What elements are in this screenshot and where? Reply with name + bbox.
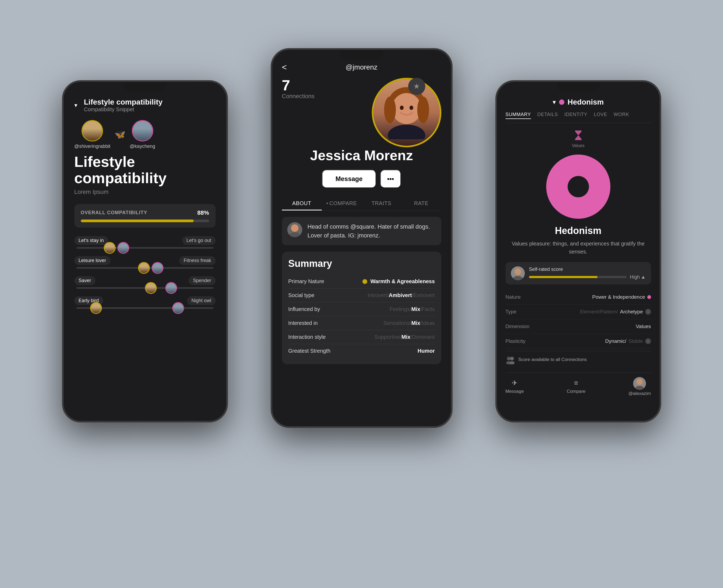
tab-compare[interactable]: COMPARE xyxy=(322,196,362,210)
progress-bar xyxy=(81,219,209,222)
info-icon-3[interactable]: i xyxy=(645,338,651,344)
trait-value-1: Element/Pattern/Archetype i xyxy=(580,309,651,315)
right-tab-identity[interactable]: IDENTITY xyxy=(564,112,587,119)
summary-row-5: Greatest Strength Humor xyxy=(288,344,435,358)
right-tab-summary[interactable]: SUMMARY xyxy=(505,112,531,119)
compat-snippet-label: Compatibility Snippet xyxy=(84,106,163,112)
username-2: @kaycheng xyxy=(130,144,155,149)
hourglass-icon xyxy=(573,129,584,141)
trait-row-3: Plasticity Dynamic/Stable i xyxy=(505,334,651,349)
trait-key-1: Type xyxy=(505,309,517,315)
compare-icon: ≡ xyxy=(574,379,578,387)
summary-value-1: Introvert/Ambivert/Extrovert xyxy=(368,292,435,298)
compat-header: OVERALL COMPATIBILITY 88% xyxy=(81,209,209,216)
slider-right-2: Fitness freak xyxy=(179,256,215,265)
compare-action[interactable]: ≡ Compare xyxy=(567,379,585,394)
right-notch xyxy=(557,82,600,91)
svg-point-17 xyxy=(635,386,644,390)
summary-value-2: Feelings/Mix/Facts xyxy=(390,306,435,312)
right-bottom-bar: ✈ Message ≡ Compare xyxy=(505,373,651,396)
trait-row-0: Nature Power & Independence xyxy=(505,290,651,304)
summary-value-4: Supportive/Mix/Dominant xyxy=(374,334,435,340)
slider-row-1: Let's stay in Let's go out xyxy=(74,236,215,249)
lifestyle-compat-title: Lifestyle compatibility xyxy=(84,98,163,106)
summary-title: Summary xyxy=(288,258,435,269)
social-highlight: Ambivert xyxy=(389,292,412,298)
compat-label: OVERALL COMPATIBILITY xyxy=(81,210,147,215)
thumb-img-3a xyxy=(146,283,156,293)
slider-track-4[interactable] xyxy=(77,307,213,309)
slider-thumb-2b xyxy=(152,262,163,274)
donut-circle xyxy=(546,154,611,219)
summary-key-0: Primary Nature xyxy=(288,278,324,285)
score-bar-row: High ▲ xyxy=(529,274,646,280)
message-button[interactable]: Message xyxy=(322,170,376,188)
center-username: @jmorenz xyxy=(346,63,377,71)
tab-traits[interactable]: TRAITS xyxy=(362,196,401,210)
info-icon-1[interactable]: i xyxy=(645,309,651,315)
slider-right-3: Spender xyxy=(189,276,215,285)
social-before: Introvert/ xyxy=(368,292,389,298)
center-screen: < @jmorenz 7 Connections xyxy=(272,50,451,426)
right-tab-love[interactable]: LOVE xyxy=(594,112,607,119)
star-button[interactable]: ★ xyxy=(408,78,425,95)
connections-number: 7 xyxy=(282,78,290,93)
connections-label: Connections xyxy=(282,93,314,100)
slider-thumb-1a xyxy=(104,242,116,254)
connections-section: 7 Connections xyxy=(282,78,314,100)
thumb-img-1b xyxy=(118,243,128,253)
svg-point-10 xyxy=(515,269,521,275)
warmth-text: Warmth & Agreeableness xyxy=(370,278,435,284)
thumb-img-4b xyxy=(173,303,183,313)
slider-right-1: Let's go out xyxy=(182,236,215,245)
slider-thumb-3a xyxy=(145,282,157,294)
right-tab-work[interactable]: WORK xyxy=(614,112,629,119)
summary-key-4: Interaction style xyxy=(288,334,326,340)
right-screen: ▾ Hedonism SUMMARY DETAILS IDENTITY LOVE… xyxy=(497,82,660,421)
summary-key-1: Social type xyxy=(288,292,314,298)
chevron-down-icon[interactable]: ▾ xyxy=(74,102,81,108)
slider-labels-1: Let's stay in Let's go out xyxy=(74,236,215,245)
slider-thumb-3b xyxy=(165,282,177,294)
slider-labels-3: Saver Spender xyxy=(74,276,215,285)
tab-about[interactable]: ABOUT xyxy=(282,196,322,210)
inf-highlight: Mix xyxy=(411,306,420,312)
slider-right-4: Night owl xyxy=(187,296,215,305)
right-header-title: Hedonism xyxy=(567,98,604,106)
int-before: Sensations/ xyxy=(383,320,411,326)
jessica-image xyxy=(373,79,440,146)
slider-left-1: Let's stay in xyxy=(74,236,108,245)
slider-track-1[interactable] xyxy=(77,247,213,249)
slider-track-2[interactable] xyxy=(77,267,213,269)
svg-point-16 xyxy=(637,379,642,385)
strength-value: Humor xyxy=(417,348,435,354)
donut-wrapper xyxy=(505,154,651,219)
compare-label: Compare xyxy=(567,389,585,394)
trait-key-2: Dimension xyxy=(505,323,530,330)
score-available-text: Score available to all Connections xyxy=(518,357,587,362)
more-button[interactable]: ••• xyxy=(380,170,401,188)
values-icon-section: Values xyxy=(505,129,651,148)
tab-rate[interactable]: RATE xyxy=(401,196,441,210)
thumb-img-1a xyxy=(105,243,115,253)
score-label: Self-rated score xyxy=(529,267,646,272)
right-header: ▾ Hedonism xyxy=(505,98,651,106)
svg-point-4 xyxy=(388,125,425,139)
right-chevron-icon[interactable]: ▾ xyxy=(553,99,556,106)
message-action[interactable]: ✈ Message xyxy=(505,379,524,394)
inf-before: Feelings/ xyxy=(390,306,411,312)
profile-photo-wrapper: ★ xyxy=(372,78,441,147)
message-label: Message xyxy=(505,389,524,394)
slider-track-3[interactable] xyxy=(77,287,213,289)
summary-section: Summary Primary Nature Warmth & Agreeabl… xyxy=(282,252,441,364)
center-notch xyxy=(340,50,383,59)
lorem-text: Lorem Ipsum xyxy=(74,189,215,195)
slider-thumb-2a xyxy=(138,262,150,274)
back-arrow-icon[interactable]: < xyxy=(282,62,287,72)
progress-fill xyxy=(81,219,194,222)
center-content: < @jmorenz 7 Connections xyxy=(272,50,451,426)
username-1: @shiveringrabbit xyxy=(74,144,110,149)
right-tab-details[interactable]: DETAILS xyxy=(537,112,558,119)
bottom-avatar xyxy=(633,377,646,390)
int-highlight: Mix xyxy=(411,320,420,326)
